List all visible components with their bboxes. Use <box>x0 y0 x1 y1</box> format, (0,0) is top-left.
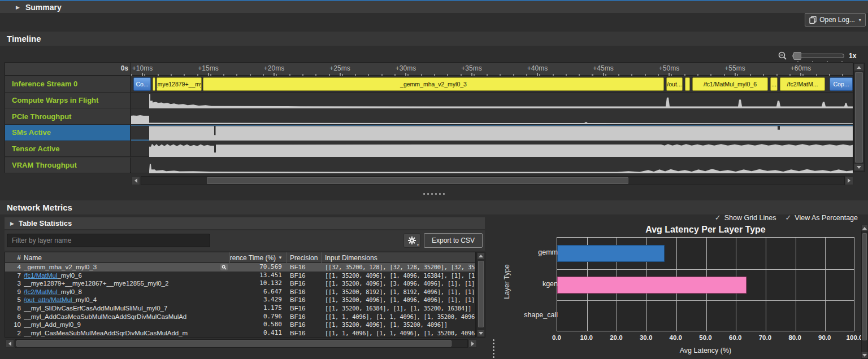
track-row-tensor-active[interactable]: Tensor Active <box>5 141 853 157</box>
timeline-kernel-block[interactable]: /fc2/MatM... <box>780 77 825 91</box>
x-tick-label: 100.0 <box>847 334 863 341</box>
track-label-inference-stream-0[interactable]: Inference Stream 0 <box>5 76 131 92</box>
export-csv-button[interactable]: Export to CSV <box>424 233 483 248</box>
ruler-major-tick <box>471 73 472 76</box>
column-header-inference-time[interactable]: Inference Time (%) ▼ <box>230 252 287 263</box>
row-index: 6 <box>8 313 21 321</box>
zoom-slider-thumb[interactable] <box>793 52 801 60</box>
chart-vscroll-up-button[interactable] <box>861 225 868 231</box>
track-label-vram-throughput[interactable]: VRAM Throughput <box>5 157 131 173</box>
gear-icon <box>407 236 416 245</box>
chart-vscroll-track[interactable] <box>861 225 868 359</box>
bar-gemm[interactable] <box>557 245 665 262</box>
track-row-sms-active[interactable]: SMs Active <box>5 125 853 141</box>
table-row[interactable]: 10__myl_Add_myl0_90.580BF16[[1, 35200, 4… <box>5 321 475 329</box>
layer-link[interactable]: /out_attn/MatMul <box>24 296 72 303</box>
timeline-copy-block[interactable]: Co... <box>133 77 151 91</box>
table-row[interactable]: 8__myl_SliDivCasErfCasAddMulMulSliMul_my… <box>5 304 475 313</box>
precision-value: BF16 <box>287 263 322 272</box>
table-row[interactable]: 9/fc2/MatMul_myl0_86.647BF16[[1, 35200, … <box>5 288 475 296</box>
table-settings-button[interactable]: ▾ <box>403 233 420 248</box>
table-row[interactable]: 5/out_attn/MatMul_myl0_43.429BF16[[1, 35… <box>5 296 475 304</box>
timeline-vscroll-up-button[interactable] <box>854 63 864 71</box>
table-hscroll-thumb[interactable] <box>16 340 452 347</box>
inference-time-value: 1.175 <box>230 304 287 313</box>
timeline-hscroll-thumb[interactable] <box>207 177 628 184</box>
profiler-window: ▶ Summary Open Log... ▾ Timeline 1x 0s + <box>0 0 868 359</box>
track-row-vram-throughput[interactable]: VRAM Throughput <box>5 157 853 174</box>
zoom-out-icon[interactable] <box>778 51 788 61</box>
track-row-compute-warps[interactable]: Compute Warps in Flight <box>5 93 853 109</box>
table-row[interactable]: 3__mye12879+__mye12867+__mye12855_myl0_2… <box>5 279 475 288</box>
track-data-vram-throughput[interactable] <box>131 157 853 173</box>
timeline-kernel-block[interactable]: /out... <box>666 77 683 91</box>
row-index: 2 <box>8 329 21 338</box>
track-data-sms-active[interactable] <box>131 125 853 141</box>
table-hscroll-left-button[interactable] <box>6 339 14 348</box>
layer-link[interactable]: /fc2/MatMul <box>24 288 57 295</box>
track-label-pcie-throughput[interactable]: PCIe Throughput <box>5 108 131 124</box>
timeline-tracks: Inference Stream 0 Co...__mye12879+__my.… <box>5 76 853 173</box>
timeline-vscroll-down-button[interactable] <box>854 163 864 171</box>
table-vscroll-up-button[interactable] <box>477 252 485 260</box>
table-hscroll-track[interactable] <box>15 339 468 348</box>
horizontal-splitter-handle[interactable] <box>414 191 454 196</box>
table-row[interactable]: 7/fc1/MatMul_myl0_613.451BF16[[1, 35200,… <box>5 272 475 280</box>
locate-in-timeline-icon[interactable] <box>220 264 228 270</box>
column-header-precision[interactable]: Precision <box>287 252 322 263</box>
layer-link[interactable]: /fc1/MatMul <box>24 272 57 279</box>
timeline-vscroll-track[interactable] <box>853 63 865 172</box>
table-row[interactable]: 2__myl_CasMeaSubMulMeaAddSqrDivMulCasMul… <box>5 329 475 338</box>
timeline-kernel-block[interactable] <box>153 77 155 91</box>
track-label-sms-active[interactable]: SMs Active <box>5 125 131 141</box>
timeline-zoom-slider[interactable] <box>792 54 844 58</box>
summary-section-header[interactable]: ▶ Summary <box>0 1 868 13</box>
track-data-compute-warps[interactable] <box>131 93 853 108</box>
track-label-compute-warps[interactable]: Compute Warps in Flight <box>5 93 131 108</box>
track-data-tensor-active[interactable] <box>131 141 853 157</box>
timeline-copy-block[interactable]: Cop... <box>830 77 853 91</box>
open-log-button[interactable]: Open Log... ▾ <box>805 13 866 27</box>
ruler-tick-label: +20ms <box>264 64 284 72</box>
gear-dropdown-caret-icon: ▾ <box>417 243 419 247</box>
checkbox-view-as-percentage[interactable]: ✓View As Percentage <box>785 213 858 222</box>
timeline-hscroll-right-button[interactable] <box>845 176 853 185</box>
table-vscroll-thumb[interactable] <box>478 261 484 327</box>
track-data-pcie-throughput[interactable] <box>131 108 853 124</box>
checkbox-show-grid-lines[interactable]: ✓Show Grid Lines <box>715 213 776 222</box>
chart-vscroll-thumb[interactable] <box>862 233 867 340</box>
ruler-tick-area[interactable]: +10ms+15ms+20ms+25ms+30ms+35ms+40ms+45ms… <box>131 63 853 76</box>
input-dimensions-value: [[1, 35200, 8192], [1, 8192, 4096], [1],… <box>322 288 475 296</box>
timeline-vscroll-thumb[interactable] <box>855 72 863 163</box>
timeline-kernel-block[interactable]: _gemm_mha_v2_myl0_3 <box>203 77 664 91</box>
ruler-tick-label: +15ms <box>198 64 218 72</box>
table-row[interactable]: 4_gemm_mha_v2_myl0_370.569BF16[[32, 3520… <box>5 263 475 272</box>
column-header-input-dimensions[interactable]: Input Dimensions <box>322 252 475 263</box>
timeline-kernel-block[interactable]: /fc1/MatMul_myl0_6 <box>692 77 768 91</box>
expand-arrow-icon[interactable]: ▶ <box>16 5 20 10</box>
table-hscroll-right-button[interactable] <box>468 339 477 348</box>
timeline-kernel-block[interactable]: ... <box>770 77 778 91</box>
expand-arrow-icon[interactable]: ▶ <box>10 221 14 226</box>
timeline-kernel-block[interactable] <box>685 77 690 91</box>
track-row-inference-stream-0[interactable]: Inference Stream 0 Co...__mye12879+__my.… <box>5 76 853 93</box>
vertical-splitter-handle[interactable] <box>491 338 496 359</box>
table-vscroll-down-button[interactable] <box>477 330 485 337</box>
table-statistics-header[interactable]: ▶ Table Statistics <box>5 217 485 229</box>
timeline-kernel-block[interactable]: __mye12879+__my... <box>157 77 202 91</box>
tensor-active-waveform <box>131 141 853 157</box>
bar-kgen[interactable] <box>557 277 747 294</box>
track-row-pcie-throughput[interactable]: PCIe Throughput <box>5 108 853 125</box>
table-vscroll-track[interactable] <box>476 252 485 338</box>
table-row[interactable]: 6__myl_AddCasMeaSubMulMeaAddSqrDivMulCas… <box>5 313 475 321</box>
track-label-tensor-active[interactable]: Tensor Active <box>5 141 131 157</box>
timeline-hscroll-left-button[interactable] <box>132 176 140 185</box>
timeline-ruler[interactable]: 0s +10ms+15ms+20ms+25ms+30ms+35ms+40ms+4… <box>5 63 853 76</box>
table-header-row: # Name Inference Time (%) ▼ Precision In… <box>5 252 475 263</box>
timeline-hscroll-track[interactable] <box>141 176 845 185</box>
layer-filter-input[interactable] <box>7 234 210 247</box>
track-data-inference-stream-0[interactable]: Co...__mye12879+__my..._gemm_mha_v2_myl0… <box>131 76 853 92</box>
chart-plot-area <box>557 237 854 331</box>
chart-vscroll-down-button[interactable] <box>861 352 868 358</box>
column-header-name[interactable]: # Name <box>5 252 230 263</box>
